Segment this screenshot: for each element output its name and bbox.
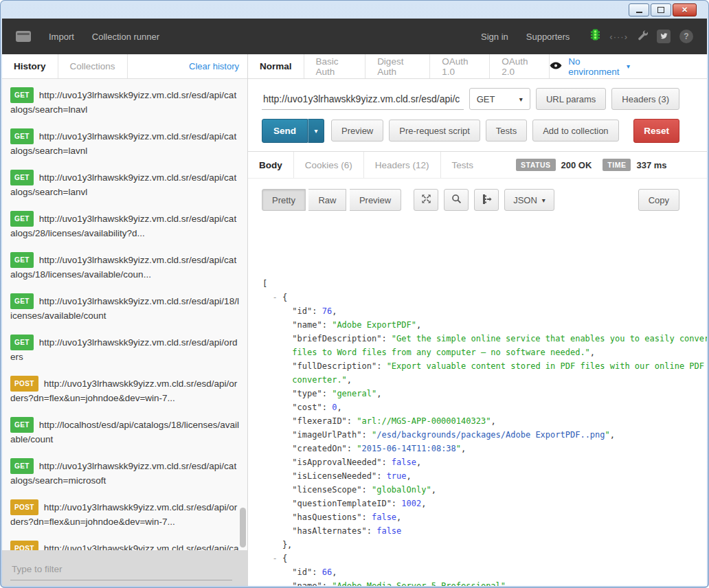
twitter-icon[interactable] xyxy=(657,30,671,43)
method-badge: POST xyxy=(10,541,38,550)
sidebar-scrollbar[interactable] xyxy=(240,508,246,547)
url-input[interactable] xyxy=(262,89,464,110)
history-url: http://localhost/esd/api/catalogs/18/lic… xyxy=(10,420,239,444)
close-icon: ✕ xyxy=(682,5,688,14)
code-line: "fullDescription": "Export valuable cont… xyxy=(262,359,707,373)
method-badge: GET xyxy=(10,211,34,227)
prerequest-script-button[interactable]: Pre-request script xyxy=(389,120,480,142)
app-content: Import Collection runner Sign in Support… xyxy=(2,19,707,586)
auth-tabs: Normal Basic Auth Digest Auth OAuth 1.0 … xyxy=(248,54,707,79)
code-line: "questionTemplateID": 1002, xyxy=(262,497,707,510)
environment-selector[interactable]: No environment ▾ xyxy=(550,54,630,78)
chevron-down-icon: ▾ xyxy=(315,127,318,135)
tab-oauth1[interactable]: OAuth 1.0 xyxy=(430,54,490,78)
history-item[interactable]: GEThttp://uvo1y3lrhawskk9yizz.vm.cld.sr/… xyxy=(2,287,247,328)
tab-normal[interactable]: Normal xyxy=(248,54,304,78)
tab-oauth2[interactable]: OAuth 2.0 xyxy=(490,54,550,78)
expand-icon xyxy=(421,194,431,206)
time-badge: TIME xyxy=(603,159,631,171)
restore-button[interactable] xyxy=(651,3,671,16)
url-params-button[interactable]: URL params xyxy=(536,88,606,110)
method-badge: GET xyxy=(10,128,34,144)
chevron-down-icon: ▾ xyxy=(627,63,630,70)
sign-in-button[interactable]: Sign in xyxy=(481,32,508,42)
send-button[interactable]: Send xyxy=(262,119,308,143)
tab-history[interactable]: History xyxy=(2,54,58,78)
wrench-icon[interactable] xyxy=(637,30,648,43)
history-list: GEThttp://uvo1y3lrhawskk9yizz.vm.cld.sr/… xyxy=(2,78,247,550)
code-line: "id": 76, xyxy=(262,304,707,318)
history-item[interactable]: GEThttp://uvo1y3lrhawskk9yizz.vm.cld.sr/… xyxy=(2,328,247,370)
history-url: http://uvo1y3lrhawskk9yizz.vm.cld.sr/esd… xyxy=(10,502,237,527)
url-row: GET ▾ URL params Headers (3) xyxy=(248,87,707,111)
filter-input[interactable] xyxy=(10,558,232,580)
history-url: http://uvo1y3lrhawskk9yizz.vm.cld.sr/esd… xyxy=(10,461,236,486)
history-url: http://uvo1y3lrhawskk9yizz.vm.cld.sr/esd… xyxy=(10,214,236,238)
method-select[interactable]: GET ▾ xyxy=(469,88,530,110)
copy-button[interactable]: Copy xyxy=(638,189,679,211)
search-button[interactable] xyxy=(444,189,469,211)
import-button[interactable]: Import xyxy=(49,32,74,42)
close-button[interactable]: ✕ xyxy=(673,3,697,16)
method-badge: POST xyxy=(10,376,38,392)
history-item[interactable]: GEThttp://uvo1y3lrhawskk9yizz.vm.cld.sr/… xyxy=(2,81,247,122)
add-to-collection-button[interactable]: Add to collection xyxy=(532,120,618,142)
history-item[interactable]: GEThttp://uvo1y3lrhawskk9yizz.vm.cld.sr/… xyxy=(2,246,247,287)
minimize-icon xyxy=(636,12,642,13)
code-icon[interactable]: ‹···› xyxy=(609,32,628,42)
history-item[interactable]: GEThttp://uvo1y3lrhawskk9yizz.vm.cld.sr/… xyxy=(2,163,247,205)
collection-runner-button[interactable]: Collection runner xyxy=(92,32,159,42)
traffic-light-icon[interactable] xyxy=(590,29,600,44)
tab-resp-headers[interactable]: Headers (12) xyxy=(364,152,441,178)
history-item[interactable]: POSThttp://uvo1y3lrhawskk9yizz.vm.cld.sr… xyxy=(2,493,247,534)
method-badge: GET xyxy=(10,87,34,103)
reset-button[interactable]: Reset xyxy=(633,119,679,143)
method-badge: GET xyxy=(10,293,34,309)
history-item[interactable]: POSThttp://uvo1y3lrhawskk9yizz.vm.cld.sr… xyxy=(2,370,247,411)
tab-body[interactable]: Body xyxy=(248,152,294,178)
pretty-button[interactable]: Pretty xyxy=(262,189,306,211)
send-options-button[interactable]: ▾ xyxy=(308,119,324,143)
tab-cookies[interactable]: Cookies (6) xyxy=(294,152,364,178)
method-badge: POST xyxy=(10,499,38,515)
format-value: JSON xyxy=(513,195,537,205)
clear-history-link[interactable]: Clear history xyxy=(189,54,247,78)
response-body[interactable]: [ - { "id": 76, "name": "Adobe ExportPDF… xyxy=(248,270,707,586)
code-line: "hasAlternates": false xyxy=(262,524,707,538)
method-badge: GET xyxy=(10,417,34,433)
tests-button[interactable]: Tests xyxy=(486,120,527,142)
supporters-button[interactable]: Supporters xyxy=(526,32,570,42)
format-select[interactable]: JSON ▾ xyxy=(504,189,554,211)
headers-button[interactable]: Headers (3) xyxy=(611,88,679,110)
preview-button[interactable]: Preview xyxy=(331,120,383,142)
code-line: - { xyxy=(262,291,707,304)
collections-drawer-icon[interactable] xyxy=(16,31,31,42)
method-badge: GET xyxy=(10,458,34,474)
format-button[interactable] xyxy=(474,189,499,211)
tab-digest-auth[interactable]: Digest Auth xyxy=(365,54,430,78)
help-icon[interactable]: ? xyxy=(679,30,693,43)
tab-collections[interactable]: Collections xyxy=(58,54,128,78)
code-line: "isApprovalNeeded": false, xyxy=(262,455,707,469)
code-line: "briefDescription": "Get the simple onli… xyxy=(262,332,707,346)
minimize-button[interactable] xyxy=(629,3,649,16)
expand-button[interactable] xyxy=(414,189,438,211)
code-line: "imageUrlPath": "/esd/backgrounds/packag… xyxy=(262,428,707,442)
code-line: "cost": 0, xyxy=(262,400,707,414)
history-item[interactable]: GEThttp://uvo1y3lrhawskk9yizz.vm.cld.sr/… xyxy=(2,452,247,493)
tab-resp-tests[interactable]: Tests xyxy=(441,152,485,178)
history-item[interactable]: GEThttp://localhost/esd/api/catalogs/18/… xyxy=(2,411,247,452)
history-item[interactable]: GEThttp://uvo1y3lrhawskk9yizz.vm.cld.sr/… xyxy=(2,122,247,163)
code-line: "name": "Adobe Media Server 5 Profession… xyxy=(262,579,707,586)
sidebar-tabs: History Collections Clear history xyxy=(2,54,247,79)
history-item[interactable]: GEThttp://uvo1y3lrhawskk9yizz.vm.cld.sr/… xyxy=(2,205,247,246)
preview-view-button[interactable]: Preview xyxy=(350,189,401,211)
response-tabs: Body Cookies (6) Headers (12) Tests STAT… xyxy=(248,152,707,179)
filter-bar xyxy=(2,550,247,586)
history-item[interactable]: POSThttp://uvo1y3lrhawskk9yizz.vm.cld.sr… xyxy=(2,534,247,550)
code-line: [ xyxy=(262,277,707,291)
method-badge: GET xyxy=(10,252,34,268)
environment-label: No environment xyxy=(568,56,620,77)
raw-button[interactable]: Raw xyxy=(308,189,346,211)
tab-basic-auth[interactable]: Basic Auth xyxy=(304,54,366,78)
